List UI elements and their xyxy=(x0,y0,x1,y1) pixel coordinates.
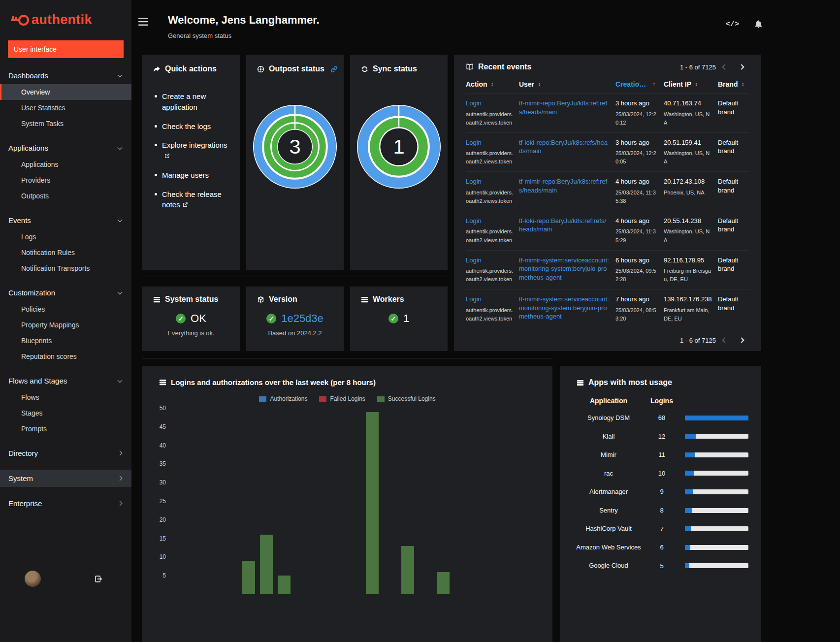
event-action-link[interactable]: Login xyxy=(466,99,482,107)
column-header-client-ip[interactable]: Client IP↕ xyxy=(664,80,718,88)
event-action-detail: authentik.providers.oauth2.views.token xyxy=(466,110,513,127)
sidebar-item-property-mappings[interactable]: Property Mappings xyxy=(0,317,131,333)
page-header: Welcome, Jens Langhammer. General system… xyxy=(131,0,840,43)
apps-usage-card: Apps with most usage Application Logins … xyxy=(560,366,761,642)
outpost-status-count: 3 xyxy=(289,135,300,158)
sidebar-item-notification-rules[interactable]: Notification Rules xyxy=(0,245,131,260)
pagination-prev-button[interactable] xyxy=(717,336,733,344)
link-icon[interactable] xyxy=(330,65,338,73)
progress-fill xyxy=(685,489,693,494)
column-header-creation-date[interactable]: Creation date↑ xyxy=(615,80,664,88)
sidebar-section-label: Applications xyxy=(8,144,48,152)
app-name: Alertmanager xyxy=(572,482,646,501)
chevron-down-icon xyxy=(118,145,123,150)
event-user-link[interactable]: tf-loki-repo:BeryJu/k8s:refs/heads/main xyxy=(519,139,608,155)
app-usage-progress xyxy=(685,434,748,439)
outpost-status-donut: 3 xyxy=(252,104,338,190)
sidebar-section-header-applications[interactable]: Applications xyxy=(0,139,131,157)
sidebar-item-prompts[interactable]: Prompts xyxy=(0,421,131,437)
legend-item-authorizations[interactable]: Authorizations xyxy=(259,395,307,402)
quick-action-manage-users[interactable]: Manage users xyxy=(154,170,231,181)
sidebar-section-header-customization[interactable]: Customization xyxy=(0,284,131,301)
event-user-link[interactable]: tf-mimir-system:serviceaccount:monitorin… xyxy=(519,257,609,281)
app-name: HashiCorp Vault xyxy=(572,519,646,538)
sidebar-item-overview[interactable]: Overview xyxy=(0,84,131,100)
quick-action-create-a-new-application[interactable]: Create a new application xyxy=(154,91,231,113)
main-area: Welcome, Jens Langhammer. General system… xyxy=(131,0,840,642)
quick-action-label: Check the release notes xyxy=(162,190,222,209)
event-action-detail: authentik.providers.oauth2.views.token xyxy=(466,306,513,323)
chevron-left-icon xyxy=(722,64,727,69)
event-user-link[interactable]: tf-mimir-system:serviceaccount:monitorin… xyxy=(519,295,609,320)
table-row: Loginauthentik.providers.oauth2.views.to… xyxy=(466,133,749,172)
sidebar-item-outposts[interactable]: Outposts xyxy=(0,188,131,204)
app-logins-count: 7 xyxy=(646,525,678,533)
menu-icon[interactable] xyxy=(138,18,148,26)
version-icon xyxy=(257,296,264,303)
sidebar-item-logs[interactable]: Logs xyxy=(0,229,131,245)
sidebar-item-flows[interactable]: Flows xyxy=(0,389,131,405)
app-name: Mimir xyxy=(572,446,646,464)
event-time-absolute: 25/03/2024, 09:52:28 xyxy=(615,267,658,284)
sort-icon[interactable]: ↕ xyxy=(538,81,541,88)
event-action-link[interactable]: Login xyxy=(466,217,482,225)
sidebar-item-blueprints[interactable]: Blueprints xyxy=(0,333,131,349)
event-user-link[interactable]: tf-mimir-repo:BeryJu/k8s:ref:refs/heads/… xyxy=(519,178,607,194)
event-action-link[interactable]: Login xyxy=(466,139,482,146)
sidebar-section-header-system[interactable]: System xyxy=(0,470,131,487)
sort-icon[interactable]: ↕ xyxy=(491,81,494,88)
progress-fill xyxy=(685,452,695,457)
sort-icon[interactable]: ↕ xyxy=(695,81,698,88)
sign-out-icon[interactable] xyxy=(94,575,103,583)
pagination-prev-button[interactable] xyxy=(717,63,733,71)
pagination-next-button[interactable] xyxy=(734,336,749,344)
sidebar-item-notification-transports[interactable]: Notification Transports xyxy=(0,260,131,276)
sidebar-section-header-dashboards[interactable]: Dashboards xyxy=(0,67,131,84)
chevron-down-icon xyxy=(118,290,123,295)
sorted-asc-icon[interactable]: ↑ xyxy=(652,81,655,88)
sidebar-section-header-enterprise[interactable]: Enterprise xyxy=(0,495,131,512)
sidebar-section-header-directory[interactable]: Directory xyxy=(0,445,131,462)
legend-item-successful-logins[interactable]: Successful Logins xyxy=(377,395,436,402)
sidebar-item-user-statistics[interactable]: User Statistics xyxy=(0,100,131,116)
app-name: Kiali xyxy=(572,427,646,446)
bar-successful-logins xyxy=(366,412,379,594)
event-user-link[interactable]: tf-loki-repo:BeryJu/k8s:ref:refs/heads/m… xyxy=(519,217,606,233)
events-table-header: Action↕User↕Creation date↑Client IP↕Bran… xyxy=(466,77,749,94)
event-user-cell: tf-loki-repo:BeryJu/k8s:ref:refs/heads/m… xyxy=(519,217,615,245)
avatar[interactable] xyxy=(25,571,41,587)
event-action-link[interactable]: Login xyxy=(466,257,482,264)
sidebar-item-providers[interactable]: Providers xyxy=(0,172,131,188)
sidebar-section-header-events[interactable]: Events xyxy=(0,212,131,229)
sidebar-section-label: Events xyxy=(8,216,31,225)
column-header-user[interactable]: User↕ xyxy=(519,80,615,88)
quick-actions-icon xyxy=(153,65,161,73)
bell-icon[interactable] xyxy=(754,20,763,29)
column-header-action[interactable]: Action↕ xyxy=(466,80,519,88)
sidebar-section-header-flows-and-stages[interactable]: Flows and Stages xyxy=(0,372,131,389)
column-header-brand[interactable]: Brand↕ xyxy=(718,80,749,88)
sidebar-item-policies[interactable]: Policies xyxy=(0,301,131,317)
event-action-link[interactable]: Login xyxy=(466,178,482,185)
event-time-absolute: 25/03/2024, 11:35:29 xyxy=(615,227,658,244)
user-interface-button[interactable]: User interface xyxy=(8,40,124,58)
quick-action-explore-integrations[interactable]: Explore integrations xyxy=(154,140,231,161)
api-icon[interactable]: </> xyxy=(726,20,739,29)
event-action-link[interactable]: Login xyxy=(466,295,482,303)
quick-action-check-the-release-notes[interactable]: Check the release notes xyxy=(154,189,231,211)
pagination-next-button[interactable] xyxy=(734,63,749,71)
version-value-link[interactable]: 1e25d3e xyxy=(281,312,323,325)
sidebar-item-applications[interactable]: Applications xyxy=(0,157,131,172)
authentik-logo[interactable]: authentik xyxy=(0,0,131,35)
sidebar-item-system-tasks[interactable]: System Tasks xyxy=(0,116,131,131)
sidebar-item-stages[interactable]: Stages xyxy=(0,405,131,421)
event-action-detail: authentik.providers.oauth2.views.token xyxy=(466,227,513,244)
sidebar-item-reputation-scores[interactable]: Reputation scores xyxy=(0,349,131,364)
column-header-label: Client IP xyxy=(664,80,691,88)
legend-item-failed-logins[interactable]: Failed Logins xyxy=(319,395,365,402)
sort-icon[interactable]: ↕ xyxy=(741,81,744,88)
y-axis-label: 40 xyxy=(160,442,166,449)
quick-action-check-the-logs[interactable]: Check the logs xyxy=(154,121,231,132)
event-user-link[interactable]: tf-mimir-repo:BeryJu/k8s:ref:refs/heads/… xyxy=(519,99,607,116)
event-action-cell: Loginauthentik.providers.oauth2.views.to… xyxy=(466,295,519,323)
